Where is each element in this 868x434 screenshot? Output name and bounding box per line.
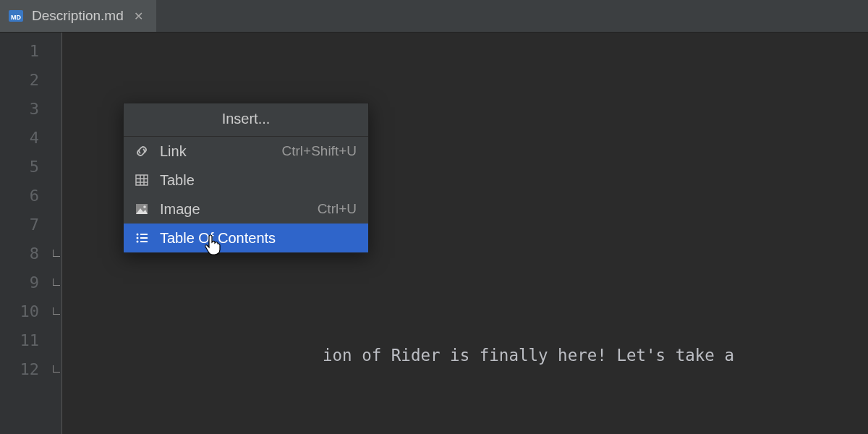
line-number: 9 xyxy=(0,268,51,297)
tab-description[interactable]: MD Description.md ✕ xyxy=(0,0,156,32)
line-number: 6 xyxy=(0,182,51,210)
line-number: 1 xyxy=(0,37,51,66)
image-icon xyxy=(134,201,150,217)
cursor-pointer-icon xyxy=(204,232,224,252)
line-number: 8 xyxy=(0,239,51,268)
svg-rect-2 xyxy=(136,175,148,185)
line-number: 3 xyxy=(0,95,51,124)
popup-item-table[interactable]: Table xyxy=(124,166,368,195)
popup-item-label: Table xyxy=(160,172,346,189)
list-icon xyxy=(134,230,150,246)
editor-text: ion of Rider is finally here! Let's take… xyxy=(323,346,744,365)
popup-item-label: Link xyxy=(160,143,272,160)
popup-item-toc[interactable]: Table Of Contents xyxy=(124,224,368,252)
popup-item-shortcut: Ctrl+U xyxy=(318,201,357,217)
fold-marker[interactable] xyxy=(53,250,60,257)
svg-point-14 xyxy=(137,241,139,243)
popup-item-link[interactable]: Link Ctrl+Shift+U xyxy=(124,137,368,166)
popup-title: Insert... xyxy=(124,103,368,137)
fold-gutter xyxy=(51,33,62,434)
close-icon[interactable]: ✕ xyxy=(131,7,146,26)
link-icon xyxy=(134,143,150,159)
popup-item-label: Table Of Contents xyxy=(160,230,346,247)
popup-item-shortcut: Ctrl+Shift+U xyxy=(282,143,357,159)
fold-marker[interactable] xyxy=(53,278,60,286)
line-number: 4 xyxy=(0,124,51,153)
svg-point-12 xyxy=(137,237,139,239)
line-number: 12 xyxy=(0,355,51,384)
insert-popup: Insert... Link Ctrl+Shift+U Table Image … xyxy=(123,103,369,253)
svg-rect-15 xyxy=(140,241,148,242)
tab-label: Description.md xyxy=(32,8,124,24)
fold-marker[interactable] xyxy=(53,307,60,315)
line-number: 5 xyxy=(0,153,51,182)
popup-item-label: Image xyxy=(160,201,307,218)
line-number: 11 xyxy=(0,326,51,355)
line-number: 10 xyxy=(0,297,51,326)
fold-marker[interactable] xyxy=(53,365,60,373)
tab-bar: MD Description.md ✕ xyxy=(0,0,868,33)
editor: 1 2 3 4 5 6 7 8 9 10 11 12 ion of Rider … xyxy=(0,33,868,434)
popup-item-image[interactable]: Image Ctrl+U xyxy=(124,195,368,224)
svg-rect-11 xyxy=(140,234,148,235)
line-number: 2 xyxy=(0,66,51,95)
line-number: 7 xyxy=(0,210,51,239)
table-icon xyxy=(134,172,150,188)
markdown-file-icon: MD xyxy=(7,7,25,25)
line-number-gutter: 1 2 3 4 5 6 7 8 9 10 11 12 xyxy=(0,33,51,434)
svg-point-9 xyxy=(143,205,146,208)
svg-text:MD: MD xyxy=(11,14,21,21)
svg-point-10 xyxy=(137,234,139,236)
svg-rect-13 xyxy=(140,237,148,239)
